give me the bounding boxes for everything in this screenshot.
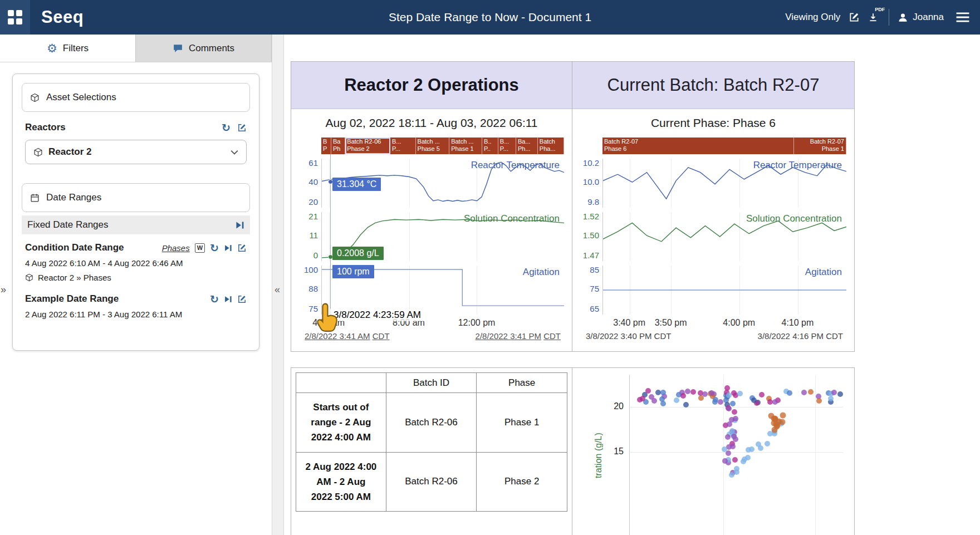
- batch-capsule[interactable]: Batch R2-06Phase 2: [345, 138, 390, 154]
- batch-capsule[interactable]: Ba...Ph...: [516, 138, 538, 154]
- scatter-point[interactable]: [749, 446, 754, 452]
- edit-icon[interactable]: [237, 123, 247, 132]
- y-axis-tick: 75: [577, 284, 599, 293]
- scatter-point[interactable]: [702, 391, 708, 397]
- refresh-icon[interactable]: ↻: [210, 243, 219, 253]
- scatter-point[interactable]: [655, 390, 661, 395]
- scatter-point[interactable]: [722, 458, 728, 464]
- range-start-link[interactable]: 2/8/2022 3:41 AM: [305, 331, 370, 341]
- export-pdf-icon[interactable]: PDF: [868, 12, 880, 23]
- scatter-point[interactable]: [831, 390, 837, 395]
- scatter-point[interactable]: [640, 396, 645, 401]
- scatter-point[interactable]: [713, 397, 718, 403]
- range-start-tz-link[interactable]: CDT: [373, 331, 390, 341]
- scatter-point[interactable]: [780, 413, 786, 419]
- scatter-point[interactable]: [759, 392, 765, 397]
- scatter-point[interactable]: [659, 396, 665, 402]
- scatter-point[interactable]: [730, 401, 736, 406]
- batch-capsule[interactable]: Batch ...Phase 1: [449, 138, 482, 154]
- step-all-to-now-icon[interactable]: [235, 220, 244, 230]
- edit-icon[interactable]: [237, 295, 247, 304]
- scatter-point[interactable]: [837, 391, 843, 397]
- scatter-point[interactable]: [828, 396, 834, 401]
- refresh-icon[interactable]: ↻: [222, 122, 231, 133]
- collapse-panel-icon[interactable]: «: [275, 284, 280, 296]
- scatter-point[interactable]: [734, 466, 739, 472]
- scatter-point[interactable]: [737, 391, 743, 396]
- scatter-point[interactable]: [767, 399, 773, 405]
- tab-comments[interactable]: Comments: [136, 35, 272, 62]
- scatter-point[interactable]: [674, 397, 679, 403]
- panel-divider[interactable]: «: [272, 35, 284, 535]
- expand-panel-icon[interactable]: »: [1, 284, 6, 296]
- edit-icon[interactable]: [237, 243, 247, 253]
- scatter-point[interactable]: [649, 394, 654, 400]
- edit-document-icon[interactable]: [849, 12, 860, 23]
- scatter-point[interactable]: [726, 406, 732, 411]
- scatter-point[interactable]: [732, 457, 738, 463]
- batch-scatter-chart[interactable]: tration (g/L)2015: [574, 369, 853, 535]
- batch-capsule[interactable]: Batch R2-07Phase 1: [794, 138, 846, 154]
- batch-capsule[interactable]: BaPh: [331, 138, 345, 154]
- batch-capsule[interactable]: Batch ...Phase 5: [416, 138, 450, 154]
- batch-capsule[interactable]: B..P..: [482, 138, 498, 154]
- app-switcher-button[interactable]: [0, 0, 30, 35]
- scatter-point[interactable]: [758, 445, 763, 451]
- scatter-point[interactable]: [771, 416, 777, 422]
- scatter-point[interactable]: [801, 390, 807, 395]
- scatter-point[interactable]: [808, 389, 814, 395]
- scatter-point[interactable]: [726, 392, 732, 398]
- batch-capsule[interactable]: B...P...: [390, 138, 416, 154]
- scatter-point[interactable]: [816, 398, 822, 404]
- scatter-point[interactable]: [731, 434, 737, 439]
- scatter-point[interactable]: [725, 434, 731, 440]
- scatter-point[interactable]: [685, 389, 690, 394]
- scatter-point[interactable]: [787, 390, 792, 396]
- range-end-tz-link[interactable]: CDT: [543, 331, 561, 341]
- cell-phase: Phase 1: [477, 393, 567, 453]
- phases-link[interactable]: Phases: [162, 243, 190, 253]
- range-end-link[interactable]: 2/8/2022 3:41 PM: [476, 331, 541, 341]
- scatter-point[interactable]: [745, 455, 751, 460]
- trend-chart-canvas[interactable]: Batch R2-07Phase 6Batch R2-07Phase 110.2…: [577, 138, 850, 330]
- seeq-logo[interactable]: Seeq: [41, 7, 84, 27]
- scatter-point[interactable]: [683, 402, 689, 408]
- scatter-point[interactable]: [726, 450, 731, 456]
- hamburger-menu-icon[interactable]: [955, 12, 970, 23]
- trend-chart-canvas[interactable]: BPBaPhBatch R2-06Phase 2B...P...Batch ..…: [296, 138, 567, 330]
- scatter-point[interactable]: [709, 390, 714, 396]
- scatter-point[interactable]: [780, 419, 786, 425]
- y-axis-tick: 0: [296, 250, 318, 259]
- left-trend-chart[interactable]: BPBaPhBatch R2-06Phase 2B...P...Batch ..…: [296, 138, 567, 342]
- refresh-icon[interactable]: ↻: [210, 294, 219, 305]
- scatter-point[interactable]: [645, 388, 651, 394]
- step-to-now-icon[interactable]: [224, 295, 232, 303]
- step-to-now-icon[interactable]: [224, 244, 232, 252]
- scatter-point[interactable]: [772, 399, 778, 405]
- scatter-point[interactable]: [733, 416, 738, 421]
- batch-capsule[interactable]: BatchPha...: [538, 138, 564, 154]
- scatter-point[interactable]: [731, 390, 737, 396]
- scatter-point[interactable]: [730, 444, 736, 449]
- scatter-plot-area[interactable]: [629, 375, 843, 535]
- asset-select-dropdown[interactable]: Reactor 2: [25, 140, 247, 164]
- scatter-point[interactable]: [773, 421, 779, 428]
- scatter-point[interactable]: [727, 421, 732, 427]
- scatter-point[interactable]: [660, 390, 666, 395]
- scatter-point[interactable]: [690, 389, 696, 395]
- scatter-point[interactable]: [765, 441, 770, 446]
- scatter-point[interactable]: [680, 393, 686, 399]
- document-title: Step Date Range to Now - Document 1: [389, 11, 591, 24]
- example-date-range-item: Example Date Range ↻ 2 Aug 2022 6:11 PM …: [25, 293, 247, 319]
- series-label: Agitation: [805, 267, 842, 278]
- batch-capsule[interactable]: BP: [321, 138, 331, 154]
- user-menu[interactable]: Joanna: [898, 12, 944, 23]
- batch-capsule[interactable]: Batch R2-07Phase 6: [602, 138, 794, 154]
- scatter-point[interactable]: [732, 409, 737, 415]
- tab-filters[interactable]: ⚙ Filters: [0, 35, 136, 62]
- right-trend-chart[interactable]: Batch R2-07Phase 6Batch R2-07Phase 110.2…: [577, 138, 850, 342]
- scatter-point[interactable]: [751, 397, 757, 403]
- capsule-picker-icon[interactable]: W: [195, 243, 205, 253]
- batch-capsule[interactable]: B...P...: [498, 138, 516, 154]
- x-axis-tick: 4:10 pm: [781, 318, 814, 328]
